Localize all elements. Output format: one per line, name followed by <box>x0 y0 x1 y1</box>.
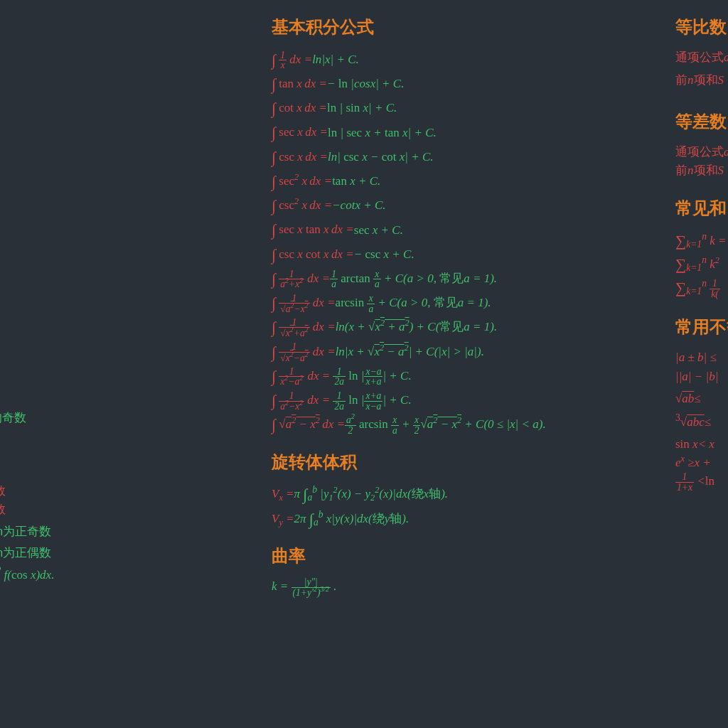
left-integral-last: sin x)dx = π ∫0π/2 f(cos x)dx. <box>0 564 54 588</box>
mid-column: 基本积分公式 ∫ 1x dx =ln|x| + C. ∫ tan x dx =−… <box>272 16 546 597</box>
heading-geometric: 等比数 <box>675 16 728 38</box>
left-cases-2: n为正奇数 32 · ····· · 12 · π2 n为正偶数 <box>0 523 51 564</box>
left-cases: 为正奇数 为正偶数 <box>0 482 6 520</box>
heading-curvature: 曲率 <box>272 545 546 567</box>
right-column: 等比数 通项公式a 前n项和S 等差数 通项公式a 前n项和S 常见和 ∑k=1… <box>675 16 728 492</box>
heading-inequalities: 常用不等式 <box>675 316 728 338</box>
heading-basic-integrals: 基本积分公式 <box>272 16 546 38</box>
heading-common-sums: 常见和 <box>675 197 728 220</box>
heading-solid-of-revolution: 旋转体体积 <box>272 451 546 473</box>
left-wallis: ··· 23 · 1 n为大于1的奇数 ··· 12 · π2 n为正偶数 <box>0 409 26 449</box>
heading-arithmetic: 等差数 <box>675 110 728 133</box>
sheet-canvas: + ··· = ∑n=0∞ (−1)n x2n+1(2n+1)!. = ∑n=0… <box>0 0 728 728</box>
